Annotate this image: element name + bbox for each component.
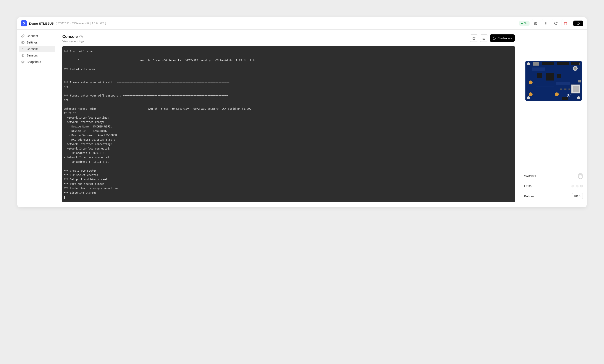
svg-point-17 [529,80,533,84]
gear-icon [21,41,25,44]
sensors-icon [21,54,25,57]
sidebar: Connect Settings Console Sensors Snapsho… [17,30,57,207]
sidebar-item-snapshots[interactable]: Snapshots [19,59,55,65]
svg-point-31 [574,67,577,70]
header-bar: D Demo STM32U5 ( STM32U5 IoT Discovery K… [17,17,587,30]
svg-point-7 [22,54,24,56]
project-title: Demo STM32U5 [29,22,53,25]
svg-rect-32 [578,80,581,82]
buttons-row: Buttons PB 0 [524,190,583,202]
sidebar-item-label: Console [27,47,38,51]
svg-rect-28 [573,86,579,92]
sidebar-item-sensors[interactable]: Sensors [19,52,55,59]
download-button[interactable] [480,34,488,42]
svg-rect-21 [542,62,554,65]
switches-label: Switches [524,175,536,178]
external-link-button[interactable] [532,19,540,27]
svg-point-13 [527,62,530,65]
body: Connect Settings Console Sensors Snapsho… [17,30,587,207]
pause-button[interactable] [542,19,549,27]
sidebar-item-label: Connect [27,34,38,38]
page-title: Console ? [62,34,84,39]
page-subtitle: View system logs [62,40,84,43]
led-indicator [580,185,583,188]
led-group [572,185,583,188]
sidebar-item-label: Sensors [27,54,38,57]
device-panel: ST Switches LEDs Buttons PB [520,30,587,207]
link-icon [21,34,25,38]
trash-icon [564,22,567,25]
pb0-button[interactable]: PB 0 [572,193,583,199]
terminal-text: *** Start wifi scan 0 Arm ch 6 rss -30 S… [64,50,256,194]
sidebar-item-console[interactable]: Console [19,46,55,52]
main-content: Console ? View system logs Credent [57,30,520,207]
svg-rect-50 [568,88,568,90]
svg-line-0 [535,22,537,24]
pause-icon [544,22,547,25]
svg-rect-22 [557,62,569,65]
terminal-output[interactable]: *** Start wifi scan 0 Arm ch 6 rss -30 S… [62,46,515,202]
terminal-cursor [64,196,65,199]
leds-label: LEDs [524,184,531,188]
svg-rect-24 [546,73,554,80]
project-meta: ( STM32U5 IoT Discovery Kit | 1.1.0 | WS… [56,22,106,25]
credentials-button[interactable]: Credentials [490,34,515,42]
status-dot-icon [521,23,523,24]
svg-rect-44 [560,88,561,90]
svg-rect-25 [537,73,542,78]
status-text: On [524,22,527,25]
app-window: D Demo STM32U5 ( STM32U5 IoT Discovery K… [17,17,587,207]
device-controls: Switches LEDs Buttons PB 0 [524,171,583,202]
refresh-icon [554,22,557,25]
svg-rect-29 [562,97,568,100]
switch-toggle[interactable] [578,173,583,179]
ws-label: WS [100,22,104,25]
leds-row: LEDs [524,182,583,190]
svg-marker-8 [21,61,24,62]
svg-rect-47 [564,88,565,90]
credentials-label: Credentials [497,37,512,40]
open-external-button[interactable] [470,34,478,42]
status-badge: On [519,21,529,26]
board-image: ST [525,61,582,101]
svg-rect-20 [533,62,539,66]
svg-rect-51 [569,88,570,90]
svg-rect-26 [557,74,561,78]
external-link-icon [472,37,476,40]
sidebar-item-label: Settings [27,41,38,44]
sidebar-item-connect[interactable]: Connect [19,33,55,39]
lock-open-icon [493,37,496,40]
sidebar-item-label: Snapshots [27,60,41,64]
svg-text:ST: ST [566,93,571,97]
svg-point-16 [577,96,580,99]
svg-point-4 [23,42,23,43]
svg-point-19 [555,92,559,96]
svg-rect-49 [566,88,567,90]
svg-point-18 [529,92,533,96]
version-label: 1.1.0 [92,22,98,25]
svg-rect-48 [565,88,566,90]
svg-rect-23 [571,62,579,65]
led-indicator [572,185,574,188]
svg-line-9 [474,37,475,38]
refresh-button[interactable] [552,19,559,27]
buttons-label: Buttons [524,195,534,198]
svg-rect-45 [561,88,562,90]
kit-name: STM32U5 IoT Discovery Kit [57,22,89,25]
delete-button[interactable] [562,19,569,27]
svg-point-6 [23,55,23,56]
download-icon [482,37,486,40]
terminal-icon [21,47,25,51]
svg-point-15 [527,96,530,99]
svg-rect-46 [563,88,563,90]
power-button[interactable] [573,21,583,26]
power-icon [577,22,580,25]
switches-row: Switches [524,171,583,182]
layers-icon [21,60,25,64]
led-indicator [576,185,579,188]
content-header: Console ? View system logs Credent [62,34,515,43]
svg-rect-11 [493,38,496,39]
project-avatar: D [21,20,27,26]
sidebar-item-settings[interactable]: Settings [19,39,55,46]
help-icon[interactable]: ? [79,35,83,38]
